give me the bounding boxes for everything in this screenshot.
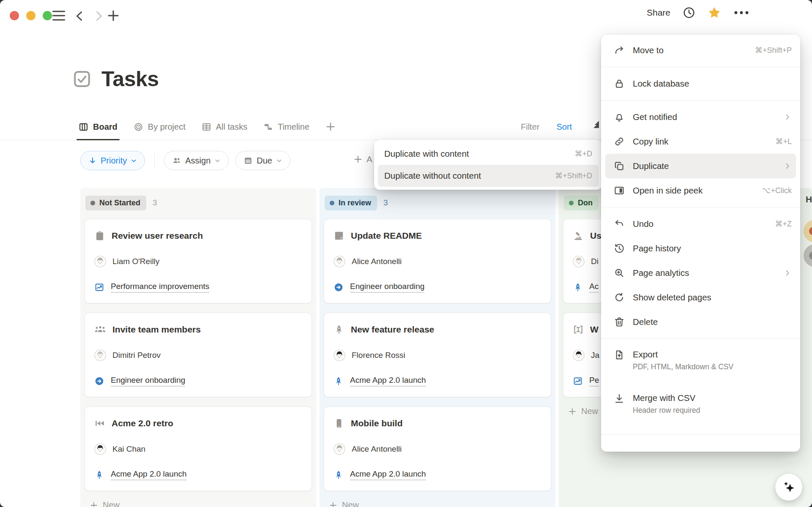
back-icon[interactable] (74, 11, 85, 22)
card-title: Invite team members (112, 324, 201, 335)
avatar (94, 349, 106, 361)
card-link[interactable]: Pe (589, 376, 599, 387)
menu-item-move-to[interactable]: Move to ⌘+Shift+P (601, 38, 800, 63)
card-assignee: Di (591, 257, 599, 266)
card-link[interactable]: Acme App 2.0 launch (350, 376, 426, 387)
close-window-button[interactable] (10, 11, 19, 20)
task-card[interactable]: Acme 2.0 retro Kai Chan Acme App 2.0 lau… (85, 406, 312, 491)
share-button[interactable]: Share (647, 8, 670, 18)
tab-label: Board (93, 122, 118, 132)
divider (601, 338, 800, 339)
task-card[interactable]: Mobile build Alice Antonelli Acme App 2.… (324, 406, 551, 491)
shortcut-label: ⌥+Click (762, 186, 792, 195)
card-title: Review user research (112, 231, 203, 241)
menu-item-delete[interactable]: Delete (601, 310, 800, 334)
menu-item-export[interactable]: ExportPDF, HTML, Markdown & CSV (601, 343, 800, 387)
divider (601, 207, 800, 207)
board-column-not-started: Not Started 3 Review user research Liam … (80, 188, 316, 507)
chevron-down-icon (131, 158, 137, 164)
page-title[interactable]: Tasks (101, 67, 159, 91)
target-icon (134, 122, 143, 132)
shortcut-label: ⌘+Shift+P (755, 46, 792, 55)
plus-icon (90, 501, 98, 507)
task-card[interactable]: Invite team members Dimitri Petrov Engin… (85, 313, 312, 397)
card-assignee: Liam O'Reilly (112, 257, 159, 266)
card-assignee: Alice Antonelli (352, 444, 402, 454)
trash-icon (614, 316, 625, 327)
tab-by-project[interactable]: By project (134, 114, 186, 140)
menu-item-page-analytics[interactable]: Page analytics (601, 261, 800, 285)
menu-item-undo[interactable]: Undo ⌘+Z (601, 212, 800, 236)
priority-sort-pill[interactable]: Priority (80, 151, 145, 170)
menu-item-lock-database[interactable]: Lock database (601, 71, 800, 96)
star-icon[interactable] (708, 6, 721, 19)
menu-item-copy-link[interactable]: Copy link ⌘+L (601, 129, 800, 154)
ellipsis-icon[interactable] (734, 11, 749, 15)
checkbox-icon[interactable] (72, 69, 92, 89)
avatar (334, 443, 345, 455)
card-link[interactable]: Acme App 2.0 launch (350, 469, 426, 480)
sparkle-icon (782, 480, 796, 494)
avatar (334, 256, 345, 267)
avatar (334, 349, 345, 361)
sort-button[interactable]: Sort (556, 122, 572, 132)
tab-label: Timeline (278, 122, 309, 132)
menu-item-open-in-side-peek[interactable]: Open in side peek ⌥+Click (601, 178, 800, 203)
card-link[interactable]: Performance improvements (111, 282, 209, 293)
add-filter-button[interactable]: A (353, 154, 372, 164)
card-assignee: Florence Rossi (352, 351, 405, 360)
add-view-icon[interactable] (325, 122, 336, 132)
rewind-icon (94, 418, 105, 429)
tab-all-tasks[interactable]: All tasks (202, 114, 247, 140)
menu-item-duplicate[interactable]: Duplicate (605, 154, 796, 178)
tab-timeline[interactable]: Timeline (263, 114, 309, 140)
card-link[interactable]: Ac (589, 282, 599, 293)
due-filter-pill[interactable]: Due (235, 151, 290, 170)
forward-icon[interactable] (94, 11, 104, 22)
card-assignee: Alice Antonelli (352, 257, 402, 266)
hamburger-menu-icon[interactable] (52, 10, 65, 21)
add-filter-label: A (366, 154, 372, 164)
filter-button[interactable]: Filter (521, 122, 539, 132)
arrow-down-icon (88, 156, 97, 165)
export-icon (614, 349, 625, 360)
menu-item-duplicate-with-content[interactable]: Duplicate with content ⌘+D (374, 143, 602, 165)
card-assignee: Ja (591, 351, 599, 360)
ai-assistant-button[interactable] (775, 474, 802, 501)
menu-item-merge-with-csv[interactable]: Merge with CSVHeader row required (601, 387, 800, 430)
assign-filter-pill[interactable]: Assign (164, 151, 229, 170)
pill-label: Assign (185, 156, 211, 166)
bell-icon (614, 112, 625, 123)
task-card[interactable]: Update README Alice Antonelli Engineer o… (324, 219, 551, 303)
status-dot (330, 201, 334, 205)
divider (154, 153, 155, 169)
microscope-icon (573, 230, 584, 241)
status-badge[interactable]: In review (325, 196, 377, 210)
menu-item-show-deleted-pages[interactable]: Show deleted pages (601, 285, 800, 310)
duplicate-submenu: Duplicate with content ⌘+D Duplicate wit… (374, 140, 602, 190)
new-card-button[interactable]: New (329, 500, 551, 507)
status-badge[interactable]: Don (564, 196, 599, 210)
lock-icon (614, 78, 625, 89)
task-card[interactable]: New feature release Florence Rossi Acme … (324, 313, 551, 397)
new-card-button[interactable]: New (90, 500, 312, 507)
minimize-window-button[interactable] (26, 11, 36, 20)
card-link[interactable]: Engineer onboarding (111, 376, 185, 387)
new-tab-icon[interactable] (107, 10, 119, 22)
line-chart-icon (94, 282, 104, 292)
tab-board[interactable]: Board (79, 114, 118, 140)
side-peek-icon (614, 185, 625, 196)
zoom-window-button[interactable] (43, 11, 52, 20)
chevron-down-icon (214, 158, 221, 164)
card-link[interactable]: Engineer onboarding (350, 282, 424, 293)
column-count: 3 (153, 198, 157, 207)
menu-item-page-history[interactable]: Page history (601, 236, 800, 261)
menu-item-get-notified[interactable]: Get notified (601, 105, 800, 129)
status-badge[interactable]: Not Started (85, 196, 146, 210)
clock-icon[interactable] (683, 7, 695, 19)
chevron-down-icon (276, 158, 282, 164)
card-link[interactable]: Acme App 2.0 launch (111, 469, 187, 480)
task-card[interactable]: Review user research Liam O'Reilly Perfo… (85, 219, 312, 303)
board-icon (79, 122, 88, 132)
menu-item-duplicate-without-content[interactable]: Duplicate without content ⌘+Shift+D (378, 165, 599, 187)
